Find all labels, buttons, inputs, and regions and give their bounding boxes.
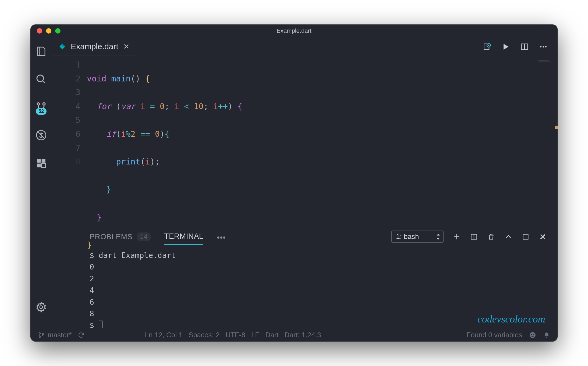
title-bar: Example.dart: [30, 24, 558, 37]
status-language[interactable]: Dart: [265, 331, 278, 339]
window-title: Example.dart: [30, 27, 558, 34]
zoom-window-button[interactable]: [55, 28, 61, 34]
terminal-cursor: [99, 321, 102, 329]
terminal-output-line: 8: [90, 308, 547, 320]
svg-rect-26: [541, 64, 548, 64]
svg-point-0: [37, 75, 44, 82]
svg-rect-27: [540, 65, 541, 65]
svg-point-20: [540, 46, 541, 47]
activity-bar: 52: [30, 37, 52, 328]
tab-example-dart[interactable]: Example.dart ✕: [52, 37, 136, 56]
svg-rect-6: [37, 159, 41, 163]
more-actions-icon[interactable]: [539, 42, 548, 51]
svg-rect-25: [540, 63, 548, 63]
debug-disabled-icon[interactable]: [35, 129, 47, 141]
dart-file-icon: [59, 43, 66, 50]
run-icon[interactable]: [501, 42, 510, 51]
code-editor[interactable]: 1 2 3 4 5 6 7 8 void main() { for (var i…: [52, 56, 558, 226]
svg-rect-9: [42, 164, 45, 167]
terminal-select[interactable]: 1: bash: [391, 231, 444, 243]
source-control-icon[interactable]: 52: [35, 101, 47, 113]
settings-gear-icon[interactable]: [35, 301, 47, 313]
open-changes-icon[interactable]: [482, 42, 491, 51]
code-content[interactable]: void main() { for (var i = 0; i < 10; i+…: [87, 58, 558, 226]
svg-point-3: [43, 103, 45, 105]
status-encoding[interactable]: UTF-8: [225, 331, 245, 339]
svg-point-40: [39, 336, 40, 337]
svg-point-41: [42, 333, 44, 334]
split-editor-icon[interactable]: [520, 42, 529, 51]
svg-point-21: [543, 46, 544, 47]
svg-marker-17: [504, 44, 509, 49]
status-variables[interactable]: Found 0 variables: [466, 331, 522, 339]
svg-rect-24: [539, 62, 551, 62]
status-feedback-icon[interactable]: [529, 332, 536, 339]
svg-marker-30: [437, 234, 440, 236]
minimap[interactable]: [538, 59, 554, 67]
main-area: Example.dart ✕: [52, 37, 558, 328]
svg-point-22: [545, 46, 547, 47]
svg-point-10: [40, 306, 43, 309]
status-bar: master* Ln 12, Col 1 Spaces: 2 UTF-8 LF …: [30, 328, 558, 342]
tab-actions: [482, 42, 558, 51]
search-icon[interactable]: [35, 73, 47, 85]
svg-point-39: [39, 332, 40, 334]
status-notifications-icon[interactable]: [543, 332, 550, 339]
svg-rect-7: [42, 159, 45, 163]
status-sdk[interactable]: Dart: 1.24.3: [285, 331, 321, 339]
extensions-icon[interactable]: [35, 157, 47, 169]
status-sync-icon[interactable]: [78, 332, 85, 339]
svg-rect-29: [538, 67, 539, 67]
minimize-window-button[interactable]: [46, 28, 51, 34]
svg-rect-28: [539, 66, 540, 66]
svg-rect-8: [37, 164, 41, 167]
explorer-icon[interactable]: [35, 45, 47, 57]
close-window-button[interactable]: [37, 28, 42, 34]
scm-badge: 52: [36, 108, 47, 115]
svg-point-42: [530, 332, 536, 338]
terminal-output-line: 6: [90, 296, 547, 308]
status-cursor-pos[interactable]: Ln 12, Col 1: [145, 331, 183, 339]
svg-point-2: [37, 103, 40, 105]
status-eol[interactable]: LF: [251, 331, 259, 339]
svg-marker-31: [437, 238, 440, 240]
tabs-row: Example.dart ✕: [52, 37, 558, 56]
svg-line-1: [42, 81, 45, 83]
tab-label: Example.dart: [71, 42, 118, 51]
svg-marker-12: [62, 44, 65, 46]
traffic-lights: [30, 28, 61, 34]
terminal-output-line: 4: [90, 285, 547, 296]
status-branch[interactable]: master*: [38, 331, 72, 339]
svg-rect-23: [538, 60, 548, 61]
status-indentation[interactable]: Spaces: 2: [189, 331, 220, 339]
line-number-gutter: 1 2 3 4 5 6 7 8: [52, 58, 87, 226]
editor-window: Example.dart 52: [30, 24, 558, 342]
svg-point-44: [533, 334, 534, 335]
editor-body: 52 Example.dart ✕: [30, 37, 558, 328]
close-tab-icon[interactable]: ✕: [123, 42, 129, 51]
overview-ruler-marker: [555, 126, 558, 129]
svg-point-43: [531, 334, 532, 335]
